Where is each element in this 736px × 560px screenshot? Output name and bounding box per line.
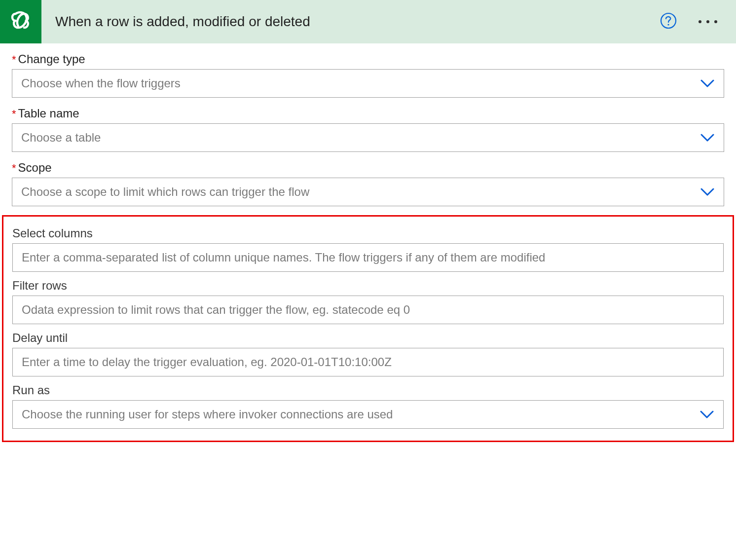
table-name-select[interactable]: Choose a table bbox=[12, 123, 724, 152]
svg-point-1 bbox=[667, 24, 669, 25]
run-as-select[interactable]: Choose the running user for steps where … bbox=[12, 400, 724, 429]
delay-until-label: Delay until bbox=[12, 331, 68, 345]
change-type-placeholder: Choose when the flow triggers bbox=[21, 76, 700, 90]
header-actions bbox=[660, 13, 736, 30]
delay-until-placeholder: Enter a time to delay the trigger evalua… bbox=[22, 355, 714, 369]
field-change-type: * Change type Choose when the flow trigg… bbox=[0, 43, 736, 98]
change-type-select[interactable]: Choose when the flow triggers bbox=[12, 69, 724, 98]
field-filter-rows: Filter rows Odata expression to limit ro… bbox=[12, 272, 724, 324]
chevron-down-icon bbox=[699, 407, 714, 422]
table-name-placeholder: Choose a table bbox=[21, 131, 700, 145]
scope-select[interactable]: Choose a scope to limit which rows can t… bbox=[12, 178, 724, 206]
field-label: * Table name bbox=[12, 107, 724, 120]
filter-rows-label: Filter rows bbox=[12, 279, 67, 293]
help-icon bbox=[660, 12, 677, 31]
more-dot-icon bbox=[699, 20, 701, 23]
field-label: Run as bbox=[12, 383, 724, 397]
select-columns-placeholder: Enter a comma-separated list of column u… bbox=[22, 251, 714, 264]
delay-until-input[interactable]: Enter a time to delay the trigger evalua… bbox=[12, 348, 724, 376]
dataverse-logo-box bbox=[0, 0, 41, 43]
filter-rows-placeholder: Odata expression to limit rows that can … bbox=[22, 303, 714, 317]
run-as-placeholder: Choose the running user for steps where … bbox=[22, 408, 699, 421]
field-table-name: * Table name Choose a table bbox=[0, 98, 736, 152]
run-as-label: Run as bbox=[12, 383, 50, 397]
chevron-down-icon bbox=[700, 185, 715, 199]
help-button[interactable] bbox=[660, 13, 677, 30]
select-columns-input[interactable]: Enter a comma-separated list of column u… bbox=[12, 243, 724, 272]
table-name-label: Table name bbox=[18, 107, 79, 120]
chevron-down-icon bbox=[700, 130, 715, 145]
required-star-icon: * bbox=[12, 108, 16, 120]
field-label: Select columns bbox=[12, 226, 724, 240]
more-dot-icon bbox=[714, 20, 717, 23]
more-dot-icon bbox=[706, 20, 709, 23]
dataverse-logo-icon bbox=[7, 7, 35, 37]
field-select-columns: Select columns Enter a comma-separated l… bbox=[12, 220, 724, 272]
change-type-label: Change type bbox=[18, 52, 85, 66]
field-label: * Scope bbox=[12, 161, 724, 175]
form-body: * Change type Choose when the flow trigg… bbox=[0, 43, 736, 442]
field-delay-until: Delay until Enter a time to delay the tr… bbox=[12, 324, 724, 376]
field-label: Delay until bbox=[12, 331, 724, 345]
scope-placeholder: Choose a scope to limit which rows can t… bbox=[21, 185, 700, 199]
select-columns-label: Select columns bbox=[12, 226, 93, 240]
field-label: * Change type bbox=[12, 52, 724, 66]
field-label: Filter rows bbox=[12, 279, 724, 293]
required-star-icon: * bbox=[12, 162, 16, 175]
trigger-title: When a row is added, modified or deleted bbox=[41, 14, 660, 30]
highlighted-optional-section: Select columns Enter a comma-separated l… bbox=[2, 215, 734, 442]
field-run-as: Run as Choose the running user for steps… bbox=[12, 376, 724, 429]
chevron-down-icon bbox=[700, 76, 715, 91]
scope-label: Scope bbox=[18, 161, 52, 175]
required-star-icon: * bbox=[12, 53, 16, 66]
filter-rows-input[interactable]: Odata expression to limit rows that can … bbox=[12, 296, 724, 324]
field-scope: * Scope Choose a scope to limit which ro… bbox=[0, 152, 736, 206]
more-menu-button[interactable] bbox=[695, 16, 721, 27]
trigger-header: When a row is added, modified or deleted bbox=[0, 0, 736, 43]
